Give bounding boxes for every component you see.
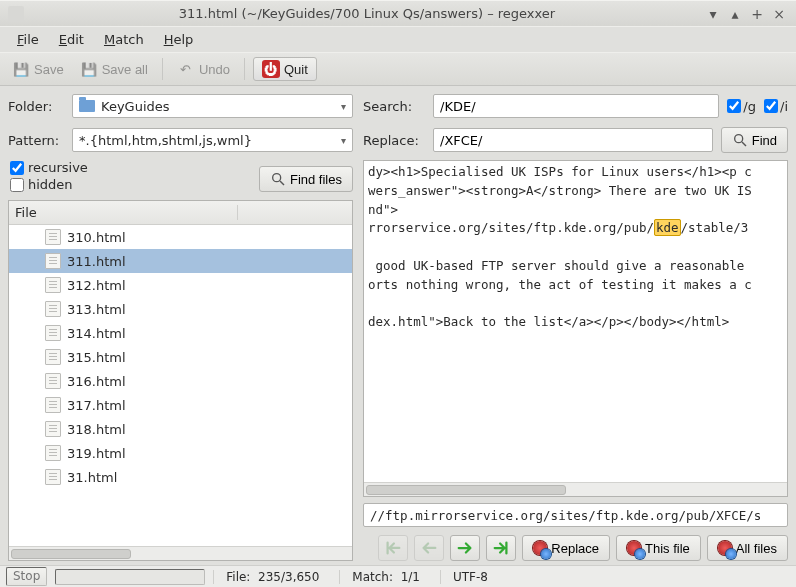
replace-icon (627, 541, 641, 555)
this-file-button[interactable]: This file (616, 535, 701, 561)
save-button[interactable]: 💾 Save (6, 58, 70, 80)
search-icon (270, 171, 286, 187)
flag-g[interactable]: /g (727, 99, 756, 114)
arrow-right-icon (456, 540, 474, 556)
pattern-combo[interactable]: *.{html,htm,shtml,js,wml} ▾ (72, 128, 353, 152)
prev-match-button[interactable] (414, 535, 444, 561)
file-list-header[interactable]: File (9, 201, 352, 225)
file-name: 315.html (67, 350, 126, 365)
flag-i[interactable]: /i (764, 99, 788, 114)
prev-file-button[interactable] (378, 535, 408, 561)
toolbar-separator-2 (244, 58, 245, 80)
file-item[interactable]: 317.html (9, 393, 352, 417)
file-name: 310.html (67, 230, 126, 245)
arrow-left-icon (420, 540, 438, 556)
title-bar: 311.html (~/KeyGuides/700 Linux Qs/answe… (0, 0, 796, 26)
app-window: 311.html (~/KeyGuides/700 Linux Qs/answe… (0, 0, 796, 587)
replace-input[interactable] (433, 128, 713, 152)
minimize-button[interactable]: ▾ (704, 5, 722, 23)
document-icon (45, 373, 61, 389)
find-button[interactable]: Find (721, 127, 788, 153)
file-item[interactable]: 310.html (9, 225, 352, 249)
file-name: 319.html (67, 446, 126, 461)
arrow-left-bar-icon (384, 540, 402, 556)
menu-help[interactable]: Help (155, 29, 203, 50)
find-files-button[interactable]: Find files (259, 166, 353, 192)
file-item[interactable]: 312.html (9, 273, 352, 297)
file-name: 314.html (67, 326, 126, 341)
toolbar: 💾 Save 💾 Save all ↶ Undo ⏻ Quit (0, 52, 796, 86)
all-files-button[interactable]: All files (707, 535, 788, 561)
match-highlight: kde (654, 219, 681, 236)
status-encoding: UTF-8 (440, 570, 500, 584)
window-title: 311.html (~/KeyGuides/700 Linux Qs/answe… (30, 6, 704, 21)
file-item[interactable]: 316.html (9, 369, 352, 393)
file-item[interactable]: 319.html (9, 441, 352, 465)
left-pane: Folder: KeyGuides ▾ Pattern: *.{html,htm… (8, 92, 353, 561)
replace-icon (718, 541, 732, 555)
hidden-checkbox[interactable]: hidden (10, 177, 88, 192)
navigation-row: Replace This file All files (363, 535, 788, 561)
folder-combo[interactable]: KeyGuides ▾ (72, 94, 353, 118)
recursive-checkbox[interactable]: recursive (10, 160, 88, 175)
scroll-thumb[interactable] (11, 549, 131, 559)
stop-button[interactable]: Stop (6, 567, 47, 586)
quit-button[interactable]: ⏻ Quit (253, 57, 317, 81)
main-area: Folder: KeyGuides ▾ Pattern: *.{html,htm… (0, 86, 796, 565)
undo-label: Undo (199, 62, 230, 77)
folder-icon (79, 100, 95, 112)
svg-line-3 (742, 142, 746, 146)
file-item[interactable]: 313.html (9, 297, 352, 321)
menu-match[interactable]: Match (95, 29, 153, 50)
status-bar: Stop File: 235/3,650 Match: 1/1 UTF-8 (0, 565, 796, 587)
file-item[interactable]: 318.html (9, 417, 352, 441)
file-item[interactable]: 31.html (9, 465, 352, 489)
status-file: File: 235/3,650 (213, 570, 331, 584)
search-input[interactable] (433, 94, 719, 118)
power-icon: ⏻ (262, 60, 280, 78)
svg-point-0 (273, 174, 281, 182)
find-files-label: Find files (290, 172, 342, 187)
file-item[interactable]: 314.html (9, 321, 352, 345)
file-item[interactable]: 315.html (9, 345, 352, 369)
document-icon (45, 469, 61, 485)
save-all-button[interactable]: 💾 Save all (74, 58, 154, 80)
chevron-down-icon: ▾ (341, 135, 346, 146)
maximize-button[interactable]: + (748, 5, 766, 23)
content-text[interactable]: dy><h1>Specialised UK ISPs for Linux use… (364, 161, 787, 482)
file-item[interactable]: 311.html (9, 249, 352, 273)
save-all-icon: 💾 (80, 60, 98, 78)
search-label: Search: (363, 99, 425, 114)
content-view[interactable]: dy><h1>Specialised UK ISPs for Linux use… (363, 160, 788, 497)
replace-icon (533, 541, 547, 555)
scroll-thumb[interactable] (366, 485, 566, 495)
document-icon (45, 253, 61, 269)
content-hscroll[interactable] (364, 482, 787, 496)
undo-button[interactable]: ↶ Undo (171, 58, 236, 80)
file-name: 31.html (67, 470, 117, 485)
replacement-preview[interactable]: //ftp.mirrorservice.org/sites/ftp.kde.or… (363, 503, 788, 527)
progress-well (55, 569, 205, 585)
file-name: 316.html (67, 374, 126, 389)
search-icon (732, 132, 748, 148)
file-name: 318.html (67, 422, 126, 437)
menu-file[interactable]: File (8, 29, 48, 50)
save-label: Save (34, 62, 64, 77)
hidden-check-input[interactable] (10, 178, 24, 192)
toolbar-separator (162, 58, 163, 80)
undo-icon: ↶ (177, 60, 195, 78)
svg-line-1 (280, 181, 284, 185)
file-name: 313.html (67, 302, 126, 317)
next-match-button[interactable] (450, 535, 480, 561)
file-list: File 310.html311.html312.html313.html314… (8, 200, 353, 561)
next-file-button[interactable] (486, 535, 516, 561)
quit-label: Quit (284, 62, 308, 77)
replace-button[interactable]: Replace (522, 535, 610, 561)
chevron-down-icon: ▾ (341, 101, 346, 112)
recursive-check-input[interactable] (10, 161, 24, 175)
menu-edit[interactable]: Edit (50, 29, 93, 50)
close-button[interactable]: × (770, 5, 788, 23)
horizontal-scrollbar[interactable] (9, 546, 352, 560)
folder-label: Folder: (8, 99, 64, 114)
maximize-down-button[interactable]: ▴ (726, 5, 744, 23)
